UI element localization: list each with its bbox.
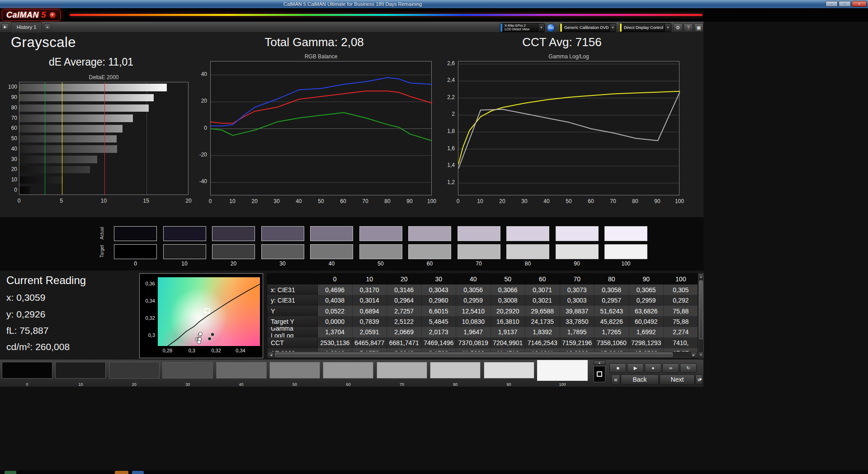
table-cell: 0,0000 (318, 316, 353, 327)
tab-history-1[interactable]: History 1 (11, 22, 42, 33)
table-cell: 16,3810 (491, 316, 526, 327)
table-cell: 7204,9901 (491, 337, 526, 348)
axis-tick-label: 0 (12, 198, 26, 204)
table-cell: 7469,1496 (422, 337, 457, 348)
axis-tick-label: 40 (5, 146, 17, 152)
window-minimize-button[interactable]: – (826, 1, 838, 7)
chevron-down-icon[interactable]: ▼ (665, 24, 671, 32)
brand-dropdown-icon[interactable]: ▼ (49, 12, 56, 19)
play-button[interactable]: ▶ (627, 363, 644, 373)
scroll-right-icon[interactable]: ▶ (691, 352, 697, 357)
pattern-up-icon[interactable]: ▲ (594, 360, 605, 365)
deltae-chart-title: DeltaE 2000 (19, 74, 189, 81)
chevron-down-icon[interactable]: ▼ (538, 24, 544, 32)
axis-tick-label: 80 (5, 104, 17, 111)
table-vertical-scrollbar[interactable]: ▲ ▼ (698, 273, 704, 358)
table-cell: 0,3071 (525, 284, 560, 295)
pattern-patch[interactable] (537, 360, 588, 381)
table-row: x: CIE310,46960,31700,31460,30430,30560,… (267, 284, 698, 295)
scroll-down-icon[interactable]: ▼ (698, 352, 703, 358)
axis-tick-label: 20 (194, 98, 207, 104)
meter-status-badge: 233 (547, 24, 555, 32)
pattern-patch[interactable] (377, 362, 427, 379)
table-cell: 7358,1060 (594, 337, 629, 348)
scrollbar-track[interactable] (698, 340, 703, 352)
table-cell: 7146,2543 (525, 337, 560, 348)
pattern-patch[interactable] (109, 362, 160, 379)
actual-swatch (506, 226, 549, 241)
table-cell: 0,2959 (629, 295, 664, 305)
help-icon[interactable]: ? (684, 23, 693, 32)
taskbar-icon-fragment[interactable] (132, 471, 144, 474)
next-button[interactable]: Next (660, 374, 695, 385)
axis-tick-label: 80 (380, 198, 395, 204)
actual-swatch (556, 226, 599, 241)
rgb-balance-plot (210, 61, 432, 195)
swatch-level-label: 100 (604, 261, 647, 267)
source-selector-dropdown[interactable]: Generic Calibration DVD ▼ (560, 23, 616, 32)
current-reading-cdm2: cd/m²: 260,008 (6, 341, 70, 352)
table-cell: 7410, (664, 337, 698, 348)
taskbar-icon-fragment[interactable] (115, 471, 128, 474)
screen: CalMAN 5 CalMAN Ultimate for Business 18… (0, 0, 868, 474)
refresh-button[interactable]: ↻ (680, 363, 697, 373)
pattern-patch-label: 60 (323, 382, 373, 387)
table-horizontal-scrollbar[interactable]: ◀ ▶ (268, 351, 697, 358)
stop-button[interactable]: ■ (609, 363, 626, 373)
scrollbar-thumb[interactable] (699, 280, 703, 339)
axis-tick-label: 0,32 (209, 348, 223, 353)
rgb-balance-chart: RGB Balance 40200-20-4001020304050607080… (194, 53, 434, 209)
pattern-patch[interactable] (162, 362, 213, 379)
table-cell: 60,0492 (629, 316, 664, 327)
pattern-patch[interactable] (484, 362, 534, 379)
gamma-chart: Gamma Log/Log 2,62,42,221,81,61,41,20102… (442, 53, 682, 209)
pattern-patch[interactable] (430, 362, 481, 379)
display-control-dropdown[interactable]: Direct Display Control ▼ (619, 23, 671, 32)
axis-tick-label: 10 (97, 198, 111, 204)
window-close-button[interactable]: × (852, 1, 867, 7)
chevron-down-icon[interactable]: ▼ (609, 24, 616, 32)
add-tab-button[interactable]: + (44, 24, 51, 31)
record-button[interactable]: ● (645, 363, 661, 373)
actual-row-label: Actual (99, 223, 105, 243)
target-swatch (212, 244, 255, 259)
scrollbar-track[interactable] (674, 352, 691, 357)
pattern-patch[interactable] (216, 362, 267, 379)
display-settings-icon[interactable]: ▣ (694, 23, 703, 32)
pattern-patch[interactable] (323, 362, 373, 379)
scroll-left-icon[interactable]: ◀ (268, 352, 274, 357)
target-swatch (604, 244, 647, 259)
axis-tick-label: 20 (247, 198, 262, 204)
taskbar-icon-fragment[interactable] (5, 471, 16, 474)
scroll-up-icon[interactable]: ▲ (698, 274, 703, 280)
tab-scroll-button[interactable]: ▶ (1, 23, 9, 31)
window-maximize-button[interactable]: □ (839, 1, 851, 7)
gamma-loglog-plot (458, 61, 679, 195)
table-cell: 5,4845 (422, 316, 457, 327)
swatch-level-label: 50 (359, 261, 402, 267)
loop-button[interactable]: ∞ (662, 363, 679, 373)
calman-logo-menu[interactable]: CalMAN 5 ▼ (2, 9, 61, 21)
gamma-loglog-svg (458, 62, 680, 196)
pattern-patch[interactable] (269, 362, 320, 379)
corner-grip-icon[interactable]: ► (699, 377, 703, 381)
axis-tick-label: 70 (358, 198, 373, 204)
axis-tick-label: 10 (473, 198, 487, 204)
gear-icon[interactable]: ⚙ (673, 23, 683, 32)
table-row-label: Y (267, 306, 318, 316)
pattern-patch[interactable] (55, 362, 106, 379)
back-button[interactable]: Back (621, 374, 659, 385)
axis-tick-label: 2,6 (442, 60, 455, 66)
pattern-patch[interactable] (2, 362, 52, 379)
deltae-bar (19, 125, 123, 133)
table-column-header: 20 (387, 274, 422, 284)
scrollbar-thumb[interactable] (275, 352, 673, 357)
table-column-header: 0 (318, 274, 353, 284)
table-cell: 0,3058 (594, 284, 629, 295)
pattern-patch-label: 10 (55, 382, 106, 387)
pattern-window-button[interactable] (594, 366, 605, 382)
meter-selector-dropdown[interactable]: X-Rite i1Pro 2 LCD Direct View ▼ (500, 23, 545, 32)
back-chevron-icon[interactable]: « (611, 374, 620, 385)
axis-tick-label: 70 (5, 115, 17, 121)
actual-swatch (604, 226, 647, 241)
